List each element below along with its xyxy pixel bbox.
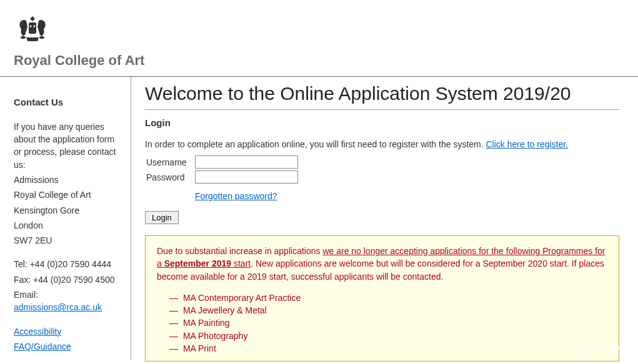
watermark: 悟空问答 — [576, 343, 626, 358]
sidebar: Contact Us If you have any queries about… — [0, 77, 131, 360]
contact-city: London — [14, 219, 124, 232]
contact-college: Royal College of Art — [14, 189, 124, 201]
password-input[interactable] — [195, 170, 298, 184]
accessibility-link[interactable]: Accessibility — [14, 327, 61, 337]
programme-list: MA Contemporary Art Practice MA Jeweller… — [157, 292, 607, 355]
programme-item: MA Contemporary Art Practice — [169, 292, 607, 304]
contact-fax: Fax: +44 (0)20 7590 4500 — [14, 273, 124, 286]
programme-item: MA Jewellery & Metal — [169, 304, 607, 317]
page-header: Royal College of Art — [0, 0, 638, 77]
main-content: Welcome to the Online Application System… — [131, 77, 638, 360]
email-label: Email: — [14, 290, 38, 300]
college-name: Royal College of Art — [14, 52, 638, 69]
page-title: Welcome to the Online Application System… — [145, 83, 619, 110]
intro-text: In order to complete an application onli… — [145, 139, 486, 149]
svg-point-4 — [39, 36, 44, 39]
contact-org: Admissions — [14, 174, 124, 186]
contact-heading: Contact Us — [14, 96, 124, 109]
svg-point-3 — [21, 36, 26, 39]
notice-box: Due to substantial increase in applicati… — [145, 235, 619, 362]
programme-item: MA Painting — [169, 317, 607, 329]
contact-email-line: Email: admissions@rca.ac.uk — [14, 288, 124, 314]
svg-rect-0 — [29, 22, 36, 34]
username-row: Username — [145, 155, 619, 169]
username-input[interactable] — [195, 155, 298, 169]
login-button[interactable]: Login — [145, 211, 179, 224]
rca-crest-logo — [14, 11, 51, 46]
svg-point-2 — [34, 26, 36, 27]
username-label: Username — [145, 157, 195, 167]
register-link[interactable]: Click here to register. — [486, 139, 569, 149]
password-label: Password — [145, 172, 195, 182]
login-heading: Login — [145, 117, 619, 128]
notice-text: Due to substantial increase in applicati… — [157, 245, 607, 283]
notice-strong: September 2019 — [164, 258, 231, 268]
password-row: Password — [145, 170, 619, 184]
email-link[interactable]: admissions@rca.ac.uk — [14, 302, 102, 312]
programme-item: MA Photography — [169, 330, 607, 342]
login-intro: In order to complete an application onli… — [145, 139, 619, 149]
contact-street: Kensington Gore — [14, 204, 124, 217]
svg-point-1 — [30, 26, 32, 27]
notice-underline-post: start — [231, 258, 251, 268]
main-layout: Contact Us If you have any queries about… — [0, 77, 638, 360]
contact-intro: If you have any queries about the applic… — [14, 121, 124, 171]
contact-postcode: SW7 2EU — [14, 234, 124, 247]
contact-tel: Tel: +44 (0)20 7590 4444 — [14, 258, 124, 270]
forgotten-password-link[interactable]: Forgotten password? — [195, 191, 277, 201]
notice-part1: Due to substantial increase in applicati… — [157, 246, 322, 256]
programme-item: MA Print — [169, 342, 607, 355]
faq-link[interactable]: FAQ/Guidance — [14, 342, 71, 352]
forgot-row: Forgotten password? — [195, 191, 619, 201]
